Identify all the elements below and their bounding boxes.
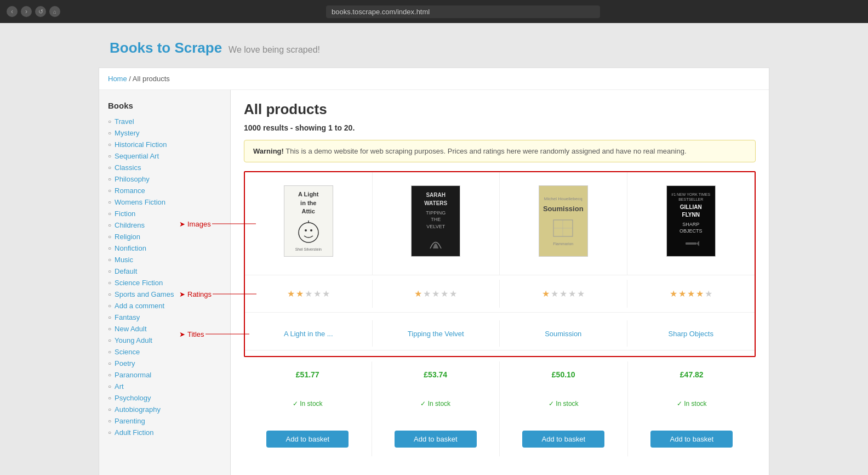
sidebar-link-romance[interactable]: Romance [115,186,145,195]
sidebar-item: Sequential Art [108,150,221,162]
annotated-grid-wrapper: ➤ Images A Lightin theAttic [244,171,756,456]
sidebar-link-childrens[interactable]: Childrens [115,221,145,229]
sidebar-item: Psychology [108,392,221,404]
sidebar-link-sequential-art[interactable]: Sequential Art [115,152,159,160]
svg-rect-7 [686,242,696,245]
sidebar-link-fantasy[interactable]: Fantasy [115,313,140,321]
sidebar-item: Religion [108,231,221,242]
sidebar-link-science-fiction[interactable]: Science Fiction [115,279,163,287]
svg-point-1 [305,229,307,231]
sidebar-link-fiction[interactable]: Fiction [115,210,135,218]
add-to-basket-button-3[interactable]: Add to basket [522,431,604,448]
star: ★ [313,289,321,299]
address-bar[interactable]: books.toscrape.com/index.html [326,5,600,18]
sidebar-link-poetry[interactable]: Poetry [115,359,135,367]
home-button[interactable]: ⌂ [49,6,60,17]
sidebar-link-mystery[interactable]: Mystery [115,129,140,137]
book-4-cover: #1 NEW YORK TIMES BESTSELLER GILLIANFLYN… [666,185,716,257]
page-title: All products [244,101,756,118]
star: ★ [687,289,695,299]
star: ★ [305,289,312,299]
book-3-image-area[interactable]: Michel Houellebecq Soumission [506,181,620,261]
book-4-rating-cell: ★ ★ ★ ★ ★ [627,280,755,308]
book-3-title-link[interactable]: Soumission [545,330,581,338]
warning-text: This is a demo website for web scraping … [285,147,686,155]
sidebar-item: Science Fiction [108,277,221,289]
book-1-price: £51.77 [250,370,365,379]
book-1-image-area[interactable]: A Lightin theAttic [252,181,366,261]
sidebar-item: Adult Fiction [108,427,221,438]
sidebar-link-religion[interactable]: Religion [115,233,140,241]
book-4-stars: ★ ★ ★ ★ ★ [634,289,749,299]
add-to-basket-button-1[interactable]: Add to basket [266,431,349,448]
book-2-stars: ★ ★ ★ ★ ★ [379,289,493,299]
sidebar-link-classics[interactable]: Classics [115,163,141,172]
star: ★ [542,289,550,299]
sidebar-link-sports-and-games[interactable]: Sports and Games [115,290,174,298]
sidebar-link-philosophy[interactable]: Philosophy [115,175,150,183]
sidebar-item: Parenting [108,415,221,427]
content-area: Books Travel Mystery Historical Fiction … [99,90,769,475]
main-container: Home / All products Books Travel Mystery… [99,67,769,475]
sidebar-item: Default [108,265,221,277]
sidebar-link-adult-fiction[interactable]: Adult Fiction [115,428,154,437]
results-count: 1000 results - showing 1 to 20. [244,123,756,132]
sidebar-link-autobiography[interactable]: Autobiography [115,405,161,414]
site-title[interactable]: Books to Scrape [110,39,222,56]
reload-button[interactable]: ↺ [35,6,46,17]
book-3-price: £50.10 [506,370,621,379]
sidebar-item: Fiction [108,208,221,219]
add-to-basket-button-4[interactable]: Add to basket [650,431,733,448]
breadcrumb-home[interactable]: Home [108,75,127,83]
sidebar-item: Art [108,381,221,392]
sidebar-link-womens-fiction[interactable]: Womens Fiction [115,198,165,206]
book-4-title-link[interactable]: Sharp Objects [669,330,713,338]
sidebar-link-historical-fiction[interactable]: Historical Fiction [115,140,167,149]
main-content: All products 1000 results - showing 1 to… [231,90,769,475]
book-2-image-area[interactable]: SARAHWATERS TIPPINGTHEVELVET [379,181,493,261]
book-2-cover: SARAHWATERS TIPPINGTHEVELVET [411,185,460,257]
browser-chrome: ‹ › ↺ ⌂ books.toscrape.com/index.html [0,0,868,23]
book-3-basket-cell: Add to basket [500,422,628,456]
book-4-title-cell: Sharp Objects [627,320,755,347]
sidebar-link-young-adult[interactable]: Young Adult [115,336,152,344]
sidebar-link-psychology[interactable]: Psychology [115,394,151,402]
annotated-section: ➤ Images A Lightin theAttic [244,171,756,357]
sidebar-link-paranormal[interactable]: Paranormal [115,371,151,379]
sidebar-link-art[interactable]: Art [115,382,124,391]
sidebar-link-new-adult[interactable]: New Adult [115,325,147,333]
book-3-title-cell: Soumission [500,320,627,347]
star: ★ [577,289,585,299]
images-annotation-label: ➤ Images [179,219,256,228]
book-card-2-image: SARAHWATERS TIPPINGTHEVELVET [373,172,500,275]
svg-marker-8 [696,241,699,246]
sidebar-link-travel[interactable]: Travel [115,117,134,126]
sidebar-link-music[interactable]: Music [115,256,133,264]
books-ratings-grid: ★ ★ ★ ★ ★ ★ [245,275,755,313]
back-button[interactable]: ‹ [7,6,18,17]
book-1-title-link[interactable]: A Light in the ... [284,330,333,338]
books-stock-grid: ✓ In stock ✓ In stock ✓ [244,391,756,422]
book-4-stock-text: In stock [684,400,706,408]
sidebar-link-default[interactable]: Default [115,267,137,275]
book-2-title-link[interactable]: Tipping the Velvet [408,330,464,338]
sidebar-item: Mystery [108,127,221,139]
sidebar-item: Autobiography [108,404,221,415]
book-4-stock: ✓ In stock [635,400,750,408]
sidebar-link-science[interactable]: Science [115,348,140,356]
sidebar-item: Fantasy [108,312,221,323]
add-to-basket-button-2[interactable]: Add to basket [395,431,477,448]
book-2-price: £53.74 [379,370,493,379]
sidebar-item: Classics [108,162,221,173]
sidebar-link-nonfiction[interactable]: Nonfiction [115,244,146,252]
sidebar-item: Poetry [108,358,221,369]
sidebar-link-parenting[interactable]: Parenting [115,417,145,425]
sidebar-link-add-comment[interactable]: Add a comment [115,302,164,310]
star: ★ [568,289,576,299]
book-4-basket-cell: Add to basket [628,422,756,456]
book-4-image-area[interactable]: #1 NEW YORK TIMES BESTSELLER GILLIANFLYN… [634,181,749,261]
star: ★ [449,289,457,299]
books-titles-grid: A Light in the ... Tipping the Velvet So… [245,317,755,350]
forward-button[interactable]: › [21,6,32,17]
sidebar-item: Womens Fiction [108,196,221,208]
